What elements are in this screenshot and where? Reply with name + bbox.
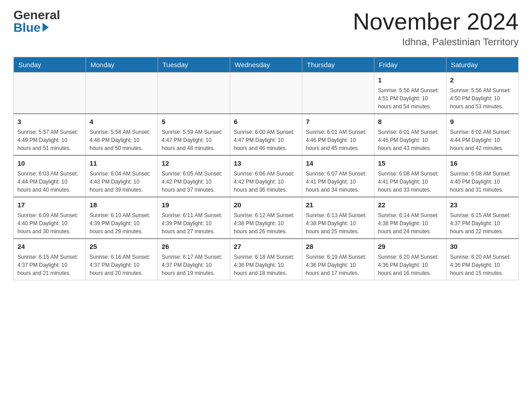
day-number: 4 — [90, 117, 154, 126]
calendar-cell: 20Sunrise: 6:12 AM Sunset: 4:38 PM Dayli… — [230, 197, 302, 239]
location-title: Idhna, Palestinian Territory — [353, 36, 519, 48]
page-header: General Blue November 2024 Idhna, Palest… — [13, 9, 519, 48]
calendar-cell: 26Sunrise: 6:17 AM Sunset: 4:37 PM Dayli… — [158, 239, 230, 280]
calendar-cell: 14Sunrise: 6:07 AM Sunset: 4:41 PM Dayli… — [302, 155, 374, 197]
logo-blue-label: Blue — [13, 21, 41, 34]
day-info: Sunrise: 6:17 AM Sunset: 4:37 PM Dayligh… — [162, 253, 226, 277]
day-info: Sunrise: 6:06 AM Sunset: 4:42 PM Dayligh… — [234, 170, 298, 194]
week-row-2: 10Sunrise: 6:03 AM Sunset: 4:44 PM Dayli… — [14, 155, 519, 197]
day-number: 12 — [162, 158, 226, 168]
day-info: Sunrise: 6:07 AM Sunset: 4:41 PM Dayligh… — [306, 170, 370, 194]
day-info: Sunrise: 6:14 AM Sunset: 4:38 PM Dayligh… — [378, 211, 442, 235]
title-section: November 2024 Idhna, Palestinian Territo… — [353, 9, 519, 48]
day-info: Sunrise: 6:08 AM Sunset: 4:40 PM Dayligh… — [450, 170, 515, 194]
day-number: 8 — [378, 117, 442, 126]
calendar-cell: 9Sunrise: 6:02 AM Sunset: 4:44 PM Daylig… — [446, 114, 519, 155]
calendar-cell: 21Sunrise: 6:13 AM Sunset: 4:38 PM Dayli… — [302, 197, 374, 239]
logo-general-text: General — [13, 9, 60, 21]
day-number: 22 — [378, 200, 442, 210]
day-number: 25 — [90, 242, 154, 251]
day-info: Sunrise: 6:19 AM Sunset: 4:36 PM Dayligh… — [306, 253, 370, 277]
logo-triangle-icon — [43, 23, 49, 32]
calendar-cell: 12Sunrise: 6:05 AM Sunset: 4:42 PM Dayli… — [158, 155, 230, 197]
calendar-cell — [14, 73, 86, 114]
day-info: Sunrise: 5:56 AM Sunset: 4:50 PM Dayligh… — [450, 86, 515, 111]
day-info: Sunrise: 5:59 AM Sunset: 4:47 PM Dayligh… — [162, 128, 226, 152]
header-saturday: Saturday — [446, 57, 519, 73]
day-number: 7 — [306, 117, 370, 126]
day-info: Sunrise: 6:04 AM Sunset: 4:43 PM Dayligh… — [90, 170, 154, 194]
calendar-cell — [86, 73, 158, 114]
calendar-cell: 15Sunrise: 6:08 AM Sunset: 4:41 PM Dayli… — [374, 155, 446, 197]
calendar-cell: 1Sunrise: 5:56 AM Sunset: 4:51 PM Daylig… — [374, 73, 446, 114]
day-info: Sunrise: 6:16 AM Sunset: 4:37 PM Dayligh… — [90, 253, 154, 277]
calendar-cell: 11Sunrise: 6:04 AM Sunset: 4:43 PM Dayli… — [86, 155, 158, 197]
day-info: Sunrise: 6:03 AM Sunset: 4:44 PM Dayligh… — [17, 170, 82, 194]
day-info: Sunrise: 6:20 AM Sunset: 4:36 PM Dayligh… — [378, 253, 442, 277]
day-number: 26 — [162, 242, 226, 251]
week-row-4: 24Sunrise: 6:15 AM Sunset: 4:37 PM Dayli… — [14, 239, 519, 280]
day-number: 19 — [162, 200, 226, 210]
logo: General Blue — [13, 9, 60, 34]
day-info: Sunrise: 5:56 AM Sunset: 4:51 PM Dayligh… — [378, 86, 442, 111]
day-number: 27 — [234, 242, 298, 251]
calendar-cell: 7Sunrise: 6:01 AM Sunset: 4:46 PM Daylig… — [302, 114, 374, 155]
day-info: Sunrise: 6:01 AM Sunset: 4:46 PM Dayligh… — [306, 128, 370, 152]
day-info: Sunrise: 6:05 AM Sunset: 4:42 PM Dayligh… — [162, 170, 226, 194]
header-monday: Monday — [86, 57, 158, 73]
day-number: 16 — [450, 158, 515, 168]
logo-blue-text: Blue — [13, 21, 49, 34]
calendar-cell — [230, 73, 302, 114]
day-number: 1 — [378, 75, 442, 85]
day-info: Sunrise: 6:15 AM Sunset: 4:37 PM Dayligh… — [450, 211, 515, 235]
day-number: 28 — [306, 242, 370, 251]
day-number: 3 — [17, 117, 82, 126]
day-number: 21 — [306, 200, 370, 210]
day-info: Sunrise: 6:13 AM Sunset: 4:38 PM Dayligh… — [306, 211, 370, 235]
day-info: Sunrise: 6:18 AM Sunset: 4:36 PM Dayligh… — [234, 253, 298, 277]
calendar-cell: 22Sunrise: 6:14 AM Sunset: 4:38 PM Dayli… — [374, 197, 446, 239]
calendar-cell: 28Sunrise: 6:19 AM Sunset: 4:36 PM Dayli… — [302, 239, 374, 280]
calendar-cell: 16Sunrise: 6:08 AM Sunset: 4:40 PM Dayli… — [446, 155, 519, 197]
day-number: 13 — [234, 158, 298, 168]
day-number: 9 — [450, 117, 515, 126]
month-title: November 2024 — [353, 9, 519, 34]
day-info: Sunrise: 6:00 AM Sunset: 4:47 PM Dayligh… — [234, 128, 298, 152]
calendar-cell: 5Sunrise: 5:59 AM Sunset: 4:47 PM Daylig… — [158, 114, 230, 155]
day-number: 18 — [90, 200, 154, 210]
day-info: Sunrise: 6:12 AM Sunset: 4:38 PM Dayligh… — [234, 211, 298, 235]
calendar-header-row: Sunday Monday Tuesday Wednesday Thursday… — [14, 57, 519, 73]
calendar-cell: 19Sunrise: 6:11 AM Sunset: 4:39 PM Dayli… — [158, 197, 230, 239]
calendar-cell: 13Sunrise: 6:06 AM Sunset: 4:42 PM Dayli… — [230, 155, 302, 197]
header-friday: Friday — [374, 57, 446, 73]
day-number: 30 — [450, 242, 515, 251]
day-number: 20 — [234, 200, 298, 210]
day-info: Sunrise: 6:20 AM Sunset: 4:36 PM Dayligh… — [450, 253, 515, 277]
calendar-cell: 29Sunrise: 6:20 AM Sunset: 4:36 PM Dayli… — [374, 239, 446, 280]
calendar-cell: 23Sunrise: 6:15 AM Sunset: 4:37 PM Dayli… — [446, 197, 519, 239]
day-info: Sunrise: 6:15 AM Sunset: 4:37 PM Dayligh… — [17, 253, 82, 277]
header-thursday: Thursday — [302, 57, 374, 73]
week-row-1: 3Sunrise: 5:57 AM Sunset: 4:49 PM Daylig… — [14, 114, 519, 155]
day-number: 23 — [450, 200, 515, 210]
calendar-cell: 24Sunrise: 6:15 AM Sunset: 4:37 PM Dayli… — [14, 239, 86, 280]
calendar-cell: 10Sunrise: 6:03 AM Sunset: 4:44 PM Dayli… — [14, 155, 86, 197]
day-number: 17 — [17, 200, 82, 210]
day-info: Sunrise: 5:57 AM Sunset: 4:49 PM Dayligh… — [17, 128, 82, 152]
day-info: Sunrise: 6:11 AM Sunset: 4:39 PM Dayligh… — [162, 211, 226, 235]
calendar-cell: 3Sunrise: 5:57 AM Sunset: 4:49 PM Daylig… — [14, 114, 86, 155]
day-number: 15 — [378, 158, 442, 168]
calendar-cell: 27Sunrise: 6:18 AM Sunset: 4:36 PM Dayli… — [230, 239, 302, 280]
day-number: 2 — [450, 75, 515, 85]
calendar-cell: 25Sunrise: 6:16 AM Sunset: 4:37 PM Dayli… — [86, 239, 158, 280]
day-number: 11 — [90, 158, 154, 168]
day-number: 10 — [17, 158, 82, 168]
calendar-table: Sunday Monday Tuesday Wednesday Thursday… — [13, 57, 519, 280]
day-info: Sunrise: 5:58 AM Sunset: 4:48 PM Dayligh… — [90, 128, 154, 152]
day-info: Sunrise: 6:02 AM Sunset: 4:44 PM Dayligh… — [450, 128, 515, 152]
day-info: Sunrise: 6:09 AM Sunset: 4:40 PM Dayligh… — [17, 211, 82, 235]
calendar-cell — [302, 73, 374, 114]
calendar-cell: 6Sunrise: 6:00 AM Sunset: 4:47 PM Daylig… — [230, 114, 302, 155]
week-row-0: 1Sunrise: 5:56 AM Sunset: 4:51 PM Daylig… — [14, 73, 519, 114]
header-wednesday: Wednesday — [230, 57, 302, 73]
